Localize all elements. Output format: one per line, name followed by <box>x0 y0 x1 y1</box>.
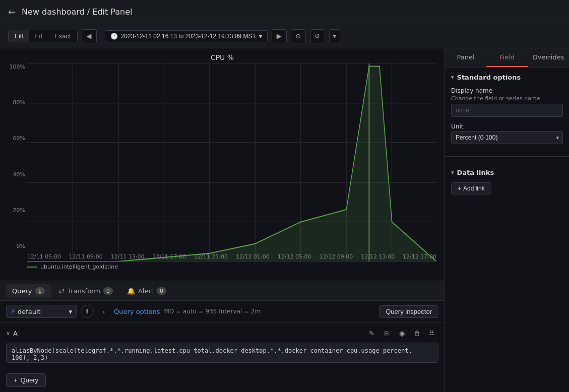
tab-overrides[interactable]: Overrides <box>528 48 569 67</box>
tab-panel[interactable]: Panel <box>445 48 486 67</box>
tab-transform[interactable]: ⇄ Transform 0 <box>53 284 119 298</box>
standard-options-header[interactable]: ▾ Standard options <box>451 74 563 81</box>
display-name-field: Display name Change the field or series … <box>451 87 563 117</box>
zoom-mode-group: Fill Fit Exact <box>8 30 78 42</box>
standard-options-title: Standard options <box>457 74 521 81</box>
page-title: New dashboard / Edit Panel <box>22 7 132 17</box>
svg-marker-14 <box>27 66 436 262</box>
query-a-header: ∨ A ✎ ⎘ ◉ 🗑 ⠿ <box>6 326 438 340</box>
data-links-title: Data links <box>457 169 494 176</box>
add-link-plus-icon: + <box>458 185 461 192</box>
refresh-button[interactable]: ↺ <box>310 29 325 43</box>
exact-button[interactable]: Exact <box>48 30 77 42</box>
query-config-bar: ⚡ default ▾ ℹ › Query options MD = auto … <box>0 301 445 322</box>
tab-field-label: Field <box>499 53 515 61</box>
next-time-button[interactable]: ▶ <box>272 29 287 43</box>
y-label-0: 0% <box>17 243 25 249</box>
datasource-icon: ⚡ <box>11 307 16 315</box>
caret-icon: ▾ <box>333 32 337 40</box>
unit-select-wrapper: Percent (0-100) <box>451 131 563 144</box>
back-button[interactable]: ← <box>8 7 16 17</box>
chart-title: CPU % <box>8 53 436 61</box>
query-a-input[interactable]: aliasByNode(scale(telegraf.*.*.running.l… <box>6 343 438 363</box>
x-label-9: 12/12 13:00 <box>361 253 395 260</box>
datasource-label: default <box>18 308 41 315</box>
time-range-picker[interactable]: 🕐 2023-12-11 02:16:13 to 2023-12-12 19:3… <box>105 30 268 42</box>
right-panel: Panel Field Overrides ▾ Standard options… <box>445 48 569 392</box>
tab-field[interactable]: Field <box>486 48 528 67</box>
y-label-20: 20% <box>13 207 25 214</box>
data-links-section: ▾ Data links + Add link <box>445 163 569 201</box>
chart-svg <box>27 63 436 262</box>
chart-container: 100% 80% 60% 40% 20% 0% <box>8 63 436 262</box>
zoom-icon: ⊖ <box>295 32 301 40</box>
time-range-label: 2023-12-11 02:16:13 to 2023-12-12 19:33:… <box>121 33 256 40</box>
prev-icon: ◀ <box>87 32 92 40</box>
query-hide-button[interactable]: ◉ <box>395 326 408 340</box>
query-expand-button[interactable]: › <box>98 305 110 317</box>
x-axis: 12/11 05:00 12/11 09:00 12/11 13:00 12/1… <box>27 251 436 262</box>
tab-panel-label: Panel <box>457 53 474 61</box>
next-icon: ▶ <box>277 32 282 40</box>
transform-tab-badge: 0 <box>103 287 113 295</box>
data-links-header[interactable]: ▾ Data links <box>451 169 563 176</box>
toolbar: Fill Fit Exact ◀ 🕐 2023-12-11 02:16:13 t… <box>0 24 569 48</box>
main-layout: CPU % 100% 80% 60% 40% 20% 0% <box>0 48 569 392</box>
fit-button[interactable]: Fit <box>29 30 48 42</box>
alert-icon: 🔔 <box>127 287 135 295</box>
chart-legend: ubuntu.intelligent_goldstine <box>8 264 436 270</box>
tab-alert[interactable]: 🔔 Alert 0 <box>121 284 172 298</box>
query-info-button[interactable]: ℹ <box>81 305 94 318</box>
transform-icon: ⇄ <box>59 287 65 295</box>
x-label-4: 12/11 17:00 <box>152 253 186 260</box>
x-label-8: 12/12 09:00 <box>319 253 353 260</box>
fill-button[interactable]: Fill <box>9 30 29 42</box>
query-a-section: ∨ A ✎ ⎘ ◉ 🗑 ⠿ aliasByNode(scale(telegraf… <box>0 322 445 368</box>
tab-query[interactable]: Query 1 <box>6 284 51 298</box>
legend-line <box>27 267 37 268</box>
x-label-2: 12/11 09:00 <box>69 253 103 260</box>
add-query-button[interactable]: + Query <box>6 373 46 387</box>
left-panel: CPU % 100% 80% 60% 40% 20% 0% <box>0 48 445 392</box>
unit-select[interactable]: Percent (0-100) <box>451 131 563 144</box>
data-links-chevron-icon: ▾ <box>451 169 454 176</box>
x-label-5: 12/11 21:00 <box>194 253 228 260</box>
alert-tab-badge: 0 <box>157 287 166 295</box>
query-a-collapse-button[interactable]: ∨ <box>6 330 10 337</box>
display-name-label: Display name <box>451 87 563 94</box>
prev-time-button[interactable]: ◀ <box>82 29 97 43</box>
standard-options-section: ▾ Standard options Display name Change t… <box>445 68 569 156</box>
display-name-sublabel: Change the field or series name <box>451 95 563 102</box>
display-name-input[interactable] <box>451 104 563 117</box>
query-tabs: Query 1 ⇄ Transform 0 🔔 Alert 0 <box>0 281 445 301</box>
y-label-60: 60% <box>13 135 25 142</box>
header: ← New dashboard / Edit Panel <box>0 0 569 24</box>
chevron-right-icon: › <box>102 308 105 315</box>
add-link-button[interactable]: + Add link <box>451 182 491 194</box>
query-options-label[interactable]: Query options <box>114 308 160 315</box>
query-meta-text: MD = auto = 935 Interval = 2m <box>164 308 375 315</box>
toolbar-caret-button[interactable]: ▾ <box>329 29 340 43</box>
query-more-button[interactable]: ⠿ <box>425 326 438 340</box>
transform-tab-label: Transform <box>68 287 100 295</box>
query-edit-button[interactable]: ✎ <box>365 326 378 340</box>
query-delete-button[interactable]: 🗑 <box>410 326 423 340</box>
legend-label: ubuntu.intelligent_goldstine <box>40 264 118 270</box>
add-query-label: Query <box>21 376 38 384</box>
zoom-out-button[interactable]: ⊖ <box>291 29 306 43</box>
x-label-3: 12/11 13:00 <box>111 253 145 260</box>
y-label-100: 100% <box>10 63 25 70</box>
chart-area: CPU % 100% 80% 60% 40% 20% 0% <box>0 48 445 281</box>
query-a-actions: ✎ ⎘ ◉ 🗑 ⠿ <box>365 326 438 340</box>
query-copy-button[interactable]: ⎘ <box>380 326 393 340</box>
add-query-row: + Query <box>0 368 445 392</box>
query-inspector-button[interactable]: Query inspector <box>379 305 438 318</box>
caret-down-icon: ▾ <box>259 33 262 40</box>
alert-tab-label: Alert <box>138 287 154 295</box>
query-tab-badge: 1 <box>35 287 45 295</box>
datasource-select[interactable]: ⚡ default ▾ <box>6 305 77 318</box>
y-axis: 100% 80% 60% 40% 20% 0% <box>8 63 27 249</box>
x-label-7: 12/12 05:00 <box>278 253 311 260</box>
info-icon: ℹ <box>86 308 89 315</box>
unit-field: Unit Percent (0-100) <box>451 123 563 144</box>
